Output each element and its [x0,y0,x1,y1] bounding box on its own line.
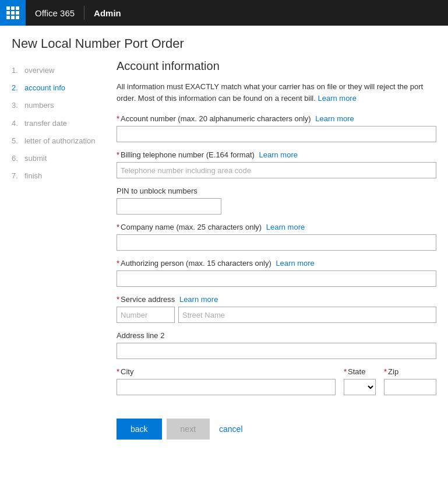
address-line2-label: Address line 2 [117,331,436,340]
state-select[interactable]: AL AK AZ CA CO FL NY TX WA [344,379,376,395]
city-state-zip-row: *City *State AL AK AZ CA CO FL [117,367,436,395]
field-billing-telephone: *Billing telephone number (E.164 format)… [117,150,436,178]
state-label-text: State [348,367,365,376]
city-group: *City [117,367,336,395]
sidebar-item-label-submit: submit [24,153,47,164]
billing-telephone-label-text: Billing telephone number (E.164 format) [121,150,255,159]
field-city-state-zip: *City *State AL AK AZ CA CO FL [117,367,436,395]
field-company-name: *Company name (max. 25 characters only) … [117,223,436,251]
info-text-body: All information must EXACTLY match what … [117,82,423,103]
topbar-admin-label: Admin [84,8,130,18]
service-address-label: *Service address Learn more [117,295,436,304]
account-number-learn-more[interactable]: Learn more [315,114,354,123]
sidebar-item-label-finish: finish [24,171,42,181]
address-row [117,307,436,323]
field-authorizing-person: *Authorizing person (max. 15 characters … [117,259,436,287]
company-name-learn-more[interactable]: Learn more [266,223,305,231]
sidebar-item-numbers: 3. numbers [12,97,105,114]
city-label-text: City [121,367,133,376]
zip-label-text: Zip [388,367,398,376]
page-title: New Local Number Port Order [0,26,448,59]
main-layout: 1. overview 2. account info 3. numbers 4… [0,59,448,457]
sidebar-item-label-account-info: account info [24,83,65,93]
pin-input[interactable] [117,198,221,215]
field-service-address: *Service address Learn more [117,295,436,323]
info-text: All information must EXACTLY match what … [117,81,436,104]
zip-input[interactable] [384,379,436,395]
sidebar-item-transfer-date: 4. transfer date [12,115,105,132]
address-number-input[interactable] [117,307,175,323]
authorizing-person-input[interactable] [117,270,436,287]
company-name-label: *Company name (max. 25 characters only) … [117,223,436,231]
content-area: Account information All information must… [105,59,436,457]
sidebar: 1. overview 2. account info 3. numbers 4… [12,59,105,457]
address-street-input[interactable] [178,307,436,323]
sidebar-item-letter-of-authorization: 5. letter of authorization [12,132,105,150]
account-number-label-text: Account number (max. 20 alphanumeric cha… [121,114,311,123]
account-number-input[interactable] [117,126,436,142]
city-input[interactable] [117,379,336,395]
sidebar-item-account-info[interactable]: 2. account info [12,79,105,97]
billing-telephone-input[interactable] [117,162,436,178]
apps-button[interactable] [0,0,26,26]
sidebar-item-number-5: 5. [12,136,24,146]
sidebar-item-number-3: 3. [12,100,24,111]
city-label: *City [117,367,336,376]
city-required-star: * [117,367,119,376]
service-address-label-text: Service address [121,295,175,304]
sidebar-item-label-numbers: numbers [24,100,54,111]
sidebar-item-label-transfer-date: transfer date [24,118,67,129]
sidebar-item-number-6: 6. [12,153,24,164]
state-label: *State [344,367,376,376]
cancel-button[interactable]: cancel [214,424,247,434]
field-pin: PIN to unblock numbers [117,187,436,215]
section-title: Account information [117,59,436,73]
service-address-learn-more[interactable]: Learn more [179,295,218,304]
billing-telephone-required-star: * [117,150,119,159]
authorizing-person-label-text: Authorizing person (max. 15 characters o… [121,259,271,268]
account-number-required-star: * [117,114,119,123]
sidebar-item-number-1: 1. [12,65,24,76]
authorizing-person-label: *Authorizing person (max. 15 characters … [117,259,436,268]
sidebar-item-overview: 1. overview [12,62,105,79]
sidebar-item-label-letter: letter of authorization [24,136,95,146]
authorizing-person-required-star: * [117,259,119,268]
sidebar-item-number-2: 2. [12,83,24,93]
back-button[interactable]: back [117,419,162,440]
apps-grid-icon [6,6,19,19]
field-address-line2: Address line 2 [117,331,436,359]
sidebar-item-label-overview: overview [24,65,54,76]
company-name-label-text: Company name (max. 25 characters only) [121,223,262,231]
zip-label: *Zip [384,367,436,376]
button-row: back next cancel [117,419,436,457]
zip-required-star: * [384,367,387,376]
state-required-star: * [344,367,347,376]
pin-label: PIN to unblock numbers [117,187,436,195]
service-address-required-star: * [117,295,119,304]
topbar-app-name: Office 365 [26,8,84,18]
info-learn-more-link[interactable]: Learn more [318,94,356,103]
sidebar-item-finish: 7. finish [12,167,105,185]
next-button[interactable]: next [167,419,210,440]
address-line2-input[interactable] [117,343,436,359]
company-name-required-star: * [117,223,119,231]
field-account-number: *Account number (max. 20 alphanumeric ch… [117,114,436,142]
billing-telephone-label: *Billing telephone number (E.164 format)… [117,150,436,159]
sidebar-item-number-4: 4. [12,118,24,129]
authorizing-person-learn-more[interactable]: Learn more [276,259,314,268]
sidebar-item-submit: 6. submit [12,150,105,167]
zip-group: *Zip [384,367,436,395]
topbar: Office 365 Admin [0,0,448,26]
state-group: *State AL AK AZ CA CO FL NY TX WA [344,367,376,395]
company-name-input[interactable] [117,234,436,251]
billing-telephone-learn-more[interactable]: Learn more [259,150,297,159]
account-number-label: *Account number (max. 20 alphanumeric ch… [117,114,436,123]
sidebar-item-number-7: 7. [12,171,24,181]
